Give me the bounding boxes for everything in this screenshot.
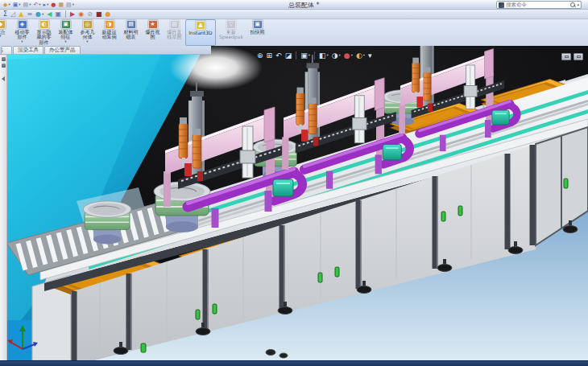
status-bar	[0, 360, 588, 366]
rebuild-icon[interactable]: ●	[50, 1, 56, 9]
select-icon[interactable]: ▸▾	[43, 1, 50, 9]
toolbar-separator	[314, 51, 315, 60]
motion-manager-icon[interactable]: ▶	[69, 10, 76, 19]
new-motion-study-button[interactable]: ◑ 新建运 动算例▾	[98, 19, 120, 46]
mate-button[interactable]: ◆ 配合▾	[0, 19, 11, 46]
heads-up-view-toolbar: ⊕⊞↶◪▣▾◧▾◑▾●▾◐▾▾	[256, 50, 373, 60]
reference-geometry-button[interactable]: ◎ 参考几 何体▾	[77, 19, 98, 46]
view-settings-icon[interactable]: ▾	[367, 51, 373, 60]
section-view-icon[interactable]: ◪	[284, 51, 293, 60]
show-hidden-components-button[interactable]: ◐ 显示隐 藏的零 部件▾	[33, 19, 55, 46]
save-icon[interactable]: ▣▾	[12, 1, 22, 9]
apply-scene-icon[interactable]: ◐▾	[355, 51, 366, 60]
appearance-icon[interactable]: ●▾	[35, 10, 44, 19]
previous-view-icon[interactable]: ↶	[275, 51, 283, 60]
zoom-fit-icon[interactable]: ⊕	[256, 51, 264, 60]
capture-icon[interactable]: ▣	[54, 10, 62, 19]
move-component-icon: ◈	[18, 20, 27, 29]
export-icon[interactable]: ◀	[46, 10, 52, 19]
options-icon[interactable]: ▧▾	[65, 1, 75, 9]
propertymanager-icon[interactable]	[2, 64, 6, 68]
search-options-caret-icon[interactable]: ▾	[577, 2, 579, 7]
reference-geometry-icon: ◎	[83, 20, 93, 29]
tab-evaluate[interactable]: 评估	[1, 46, 12, 54]
secondary-toolbar: Σ◿▲≡●▾◀▣▶◉⊘■●	[0, 10, 588, 19]
print-icon[interactable]: ▤▾	[23, 1, 32, 9]
command-manager: ◆ 配合▾ ◈ 移动零 部件▾ ◐ 显示隐 藏的零 部件▾ ▣ 装配体 特征▾ …	[0, 19, 588, 46]
bill-of-materials-icon: ▤	[126, 20, 136, 29]
featuremanager-collapsed-panel[interactable]	[0, 55, 7, 360]
search-input[interactable]	[504, 2, 569, 8]
view-orientation-icon[interactable]: ▣▾	[300, 51, 311, 60]
interference-check-icon[interactable]: ▲	[18, 10, 24, 19]
take-snapshot-button[interactable]: ▣ 拍快照▾	[246, 19, 268, 46]
edit-appearance-icon[interactable]: ●▾	[343, 51, 354, 60]
new-motion-study-icon: ◑	[105, 20, 114, 29]
solidworks-window: ◆▾▣▾▤▾↶▾▸▾●▦▧▾ 总装配体 * ▾ Σ◿▲≡●▾◀▣▶◉⊘■● ◆ …	[0, 0, 588, 366]
show-hidden-components-icon: ◐	[39, 20, 49, 29]
update-speedpak-icon: ▽	[226, 20, 236, 29]
toolbar-separator	[65, 10, 66, 18]
bill-of-materials-button[interactable]: ▤ 材料明 细表▾	[120, 19, 142, 46]
take-snapshot-icon: ▣	[253, 20, 263, 29]
equations-icon[interactable]: Σ	[2, 10, 8, 19]
palette-icon[interactable]: ◉	[77, 10, 85, 19]
exploded-view-button[interactable]: ★ 爆炸视 图▾	[142, 19, 164, 46]
mate-icon: ◆	[0, 20, 6, 29]
pane-toggle-right-icon[interactable]	[574, 53, 583, 60]
graphics-area[interactable]: ⊕⊞↶◪▣▾◧▾◑▾●▾◐▾▾	[7, 46, 588, 360]
zoom-area-icon[interactable]: ⊞	[266, 51, 274, 60]
no-entry-icon[interactable]: ⊘	[86, 10, 93, 19]
measure-icon[interactable]: ◿	[10, 10, 16, 19]
quick-access-toolbar: ◆▾▣▾▤▾↶▾▸▾●▦▧▾	[0, 1, 75, 9]
command-search[interactable]: ▾	[496, 1, 582, 9]
explode-line-sketch-icon: ▨	[170, 20, 180, 29]
assembly-features-icon: ▣	[61, 20, 71, 29]
assembly-features-button[interactable]: ▣ 装配体 特征▾	[55, 19, 77, 46]
update-speedpak-button[interactable]: ▽ 更新 Speedpak▾	[216, 19, 246, 46]
scene-icon[interactable]: ●	[104, 10, 111, 19]
material-icon[interactable]: ■	[95, 10, 103, 19]
move-component-button[interactable]: ◈ 移动零 部件▾	[11, 19, 33, 46]
commandmanager-tabs: 评估 渲染工具 办公室产品	[0, 46, 211, 55]
pane-toggle-left-icon[interactable]	[561, 53, 571, 60]
solidworks-logo-icon	[499, 2, 504, 8]
explode-line-sketch-button[interactable]: ▨ 爆炸直 线草图▾	[164, 19, 185, 46]
tab-office-products[interactable]: 办公室产品	[44, 46, 81, 54]
toolbar-separator	[296, 51, 296, 60]
file-properties-icon[interactable]: ▦	[57, 1, 64, 9]
open-icon[interactable]: ◆▾	[2, 1, 11, 9]
title-bar: ◆▾▣▾▤▾↶▾▸▾●▦▧▾ 总装配体 * ▾	[0, 0, 588, 10]
display-style-icon[interactable]: ◧▾	[318, 51, 329, 60]
panel-expand-arrow-icon[interactable]	[2, 76, 5, 81]
tab-render-tools[interactable]: 渲染工具	[13, 46, 43, 54]
hide-show-items-icon[interactable]: ◑▾	[331, 51, 342, 60]
featuremanager-tree-icon[interactable]	[2, 57, 6, 61]
document-title: 总装配体 *	[288, 1, 320, 10]
instant3d-button[interactable]: ▲ Instant3D▾	[185, 19, 216, 46]
instant3d-icon: ▲	[196, 21, 205, 30]
search-icon[interactable]	[569, 2, 576, 8]
align-icon[interactable]: ≡	[26, 10, 33, 19]
undo-icon[interactable]: ↶▾	[32, 1, 41, 9]
exploded-view-icon: ★	[148, 20, 158, 29]
viewport-pane-buttons	[561, 53, 583, 60]
